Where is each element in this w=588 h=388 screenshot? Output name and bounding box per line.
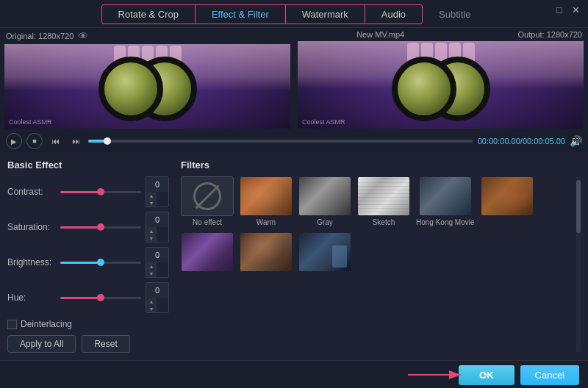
hue-value[interactable]: 0: [146, 283, 168, 298]
filter-label-no-effect: No effect: [193, 218, 222, 226]
deinterlacing-label: Deinterlacing: [21, 319, 72, 329]
left-watermark: Coolest ASMR: [9, 118, 52, 126]
filter-label-warm: Warm: [257, 218, 276, 226]
tab-subtitle[interactable]: Subtitle: [423, 5, 487, 24]
filter-item-r2[interactable]: [481, 176, 534, 226]
basic-effect-title: Basic Effect: [7, 159, 169, 170]
bottom-bar: OK Cancel: [0, 360, 588, 388]
time-display: 00:00:00.00/00:00:05.00: [478, 137, 565, 146]
saturation-slider[interactable]: [60, 226, 141, 229]
saturation-value[interactable]: 0: [146, 212, 168, 227]
saturation-down[interactable]: ▼: [146, 234, 157, 242]
filter-item-hong-kong[interactable]: Hong Kong Movie: [416, 176, 475, 226]
filter-item-r3[interactable]: [181, 232, 234, 274]
volume-icon[interactable]: 🔊: [570, 135, 582, 147]
contrast-up[interactable]: ▲: [146, 192, 157, 199]
brightness-slider[interactable]: [60, 262, 141, 264]
filter-label-sketch: Sketch: [373, 218, 395, 226]
ok-button[interactable]: OK: [459, 365, 514, 385]
tab-audio[interactable]: Audio: [365, 5, 422, 24]
tab-watermark[interactable]: Watermark: [286, 5, 365, 24]
close-button[interactable]: ✕: [570, 4, 581, 15]
tab-bar: Rotate & Crop Effect & Filter Watermark …: [0, 0, 588, 28]
tab-rotate-crop[interactable]: Rotate & Crop: [102, 5, 195, 24]
arrow-indicator: [408, 366, 467, 384]
brightness-label: Brightness:: [7, 257, 60, 267]
filters-title: Filters: [181, 159, 581, 170]
eye-icon[interactable]: 👁: [78, 30, 88, 42]
contrast-down[interactable]: ▼: [146, 199, 157, 206]
stop-button[interactable]: ■: [26, 133, 43, 149]
skip-forward-button[interactable]: ⏭: [68, 133, 84, 149]
contrast-slider[interactable]: [60, 191, 141, 193]
original-label: Original: 1280x720: [6, 32, 74, 40]
filter-item-r5[interactable]: [298, 232, 351, 274]
skip-back-button[interactable]: ⏮: [47, 133, 63, 149]
brightness-value[interactable]: 0: [146, 248, 168, 262]
output-label: Output: 1280x720: [518, 30, 582, 39]
minimize-button[interactable]: □: [554, 4, 564, 15]
deinterlacing-checkbox[interactable]: [7, 320, 17, 329]
play-button[interactable]: ▶: [6, 133, 22, 149]
apply-to-all-button[interactable]: Apply to All: [7, 335, 76, 353]
tab-effect-filter[interactable]: Effect & Filter: [196, 5, 285, 24]
file-label: New MV.mp4: [356, 30, 404, 39]
filter-item-warm[interactable]: Warm: [240, 176, 293, 226]
filter-label-gray: Gray: [317, 218, 333, 226]
brightness-up[interactable]: ▲: [146, 262, 157, 270]
reset-button[interactable]: Reset: [82, 335, 129, 353]
hue-up[interactable]: ▲: [146, 298, 157, 305]
filter-label-hong-kong: Hong Kong Movie: [416, 218, 475, 226]
contrast-value[interactable]: 0: [146, 177, 168, 192]
filter-item-r4[interactable]: [240, 232, 293, 274]
progress-bar[interactable]: [88, 140, 473, 143]
right-watermark: Coolest ASMR: [302, 118, 345, 126]
saturation-label: Saturation:: [7, 222, 60, 232]
filter-item-sketch[interactable]: Sketch: [357, 176, 410, 226]
filter-item-gray[interactable]: Gray: [298, 176, 351, 226]
brightness-down[interactable]: ▼: [146, 270, 157, 277]
filter-item-no-effect[interactable]: No effect: [181, 176, 234, 226]
hue-label: Hue:: [7, 292, 60, 303]
contrast-label: Contrast:: [7, 187, 60, 197]
saturation-up[interactable]: ▲: [146, 227, 157, 234]
hue-down[interactable]: ▼: [146, 305, 157, 312]
hue-slider[interactable]: [60, 297, 141, 299]
cancel-button[interactable]: Cancel: [520, 365, 579, 385]
